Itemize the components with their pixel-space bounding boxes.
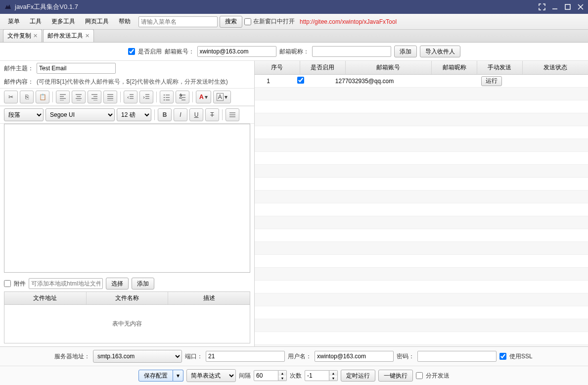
col-nick[interactable]: 邮箱昵称 bbox=[432, 61, 477, 74]
pass-input[interactable] bbox=[417, 351, 497, 362]
save-config-dropdown[interactable]: ▾ bbox=[173, 370, 183, 382]
save-config-button[interactable]: 保存配置 bbox=[138, 370, 173, 382]
maximize-icon[interactable] bbox=[564, 3, 571, 10]
paragraph-select[interactable]: 段落 bbox=[4, 108, 44, 121]
col-seq[interactable]: 序号 bbox=[255, 61, 300, 74]
menu-help[interactable]: 帮助 bbox=[115, 15, 135, 28]
table-row[interactable] bbox=[255, 139, 588, 152]
account-input[interactable] bbox=[197, 46, 276, 57]
row-enable-checkbox[interactable] bbox=[297, 77, 304, 84]
tab-close-icon[interactable]: ✕ bbox=[33, 33, 38, 39]
spin-up-icon[interactable]: ▲ bbox=[329, 371, 337, 376]
choose-file-button[interactable]: 选择 bbox=[106, 278, 129, 289]
bullet-list-icon[interactable] bbox=[160, 91, 174, 103]
expr-select[interactable]: 简单表达式 bbox=[186, 369, 236, 382]
interval-input[interactable] bbox=[254, 370, 278, 381]
align-left-icon[interactable] bbox=[56, 91, 70, 103]
menu-search-button[interactable]: 搜索 bbox=[220, 16, 242, 28]
table-row[interactable] bbox=[255, 178, 588, 191]
attach-path-input[interactable] bbox=[29, 278, 103, 289]
nick-input[interactable] bbox=[312, 46, 391, 57]
table-row[interactable] bbox=[255, 152, 588, 165]
row-run-button[interactable]: 运行 bbox=[481, 76, 502, 86]
timed-run-button[interactable]: 定时运行 bbox=[341, 370, 375, 382]
align-center-icon[interactable] bbox=[72, 91, 86, 103]
table-row[interactable] bbox=[255, 88, 588, 100]
table-row[interactable] bbox=[255, 229, 588, 242]
table-row[interactable] bbox=[255, 268, 588, 281]
add-attach-button[interactable]: 添加 bbox=[132, 278, 154, 289]
table-row[interactable] bbox=[255, 242, 588, 255]
paste-icon[interactable]: 📋 bbox=[36, 91, 49, 103]
italic-icon[interactable]: I bbox=[174, 108, 187, 121]
server-addr-select[interactable]: smtp.163.com bbox=[93, 350, 182, 363]
table-row[interactable] bbox=[255, 126, 588, 139]
tab-file-copy[interactable]: 文件复制 ✕ bbox=[3, 29, 42, 42]
col-manual[interactable]: 手动发送 bbox=[477, 61, 523, 74]
table-row[interactable] bbox=[255, 293, 588, 306]
save-config-splitbutton[interactable]: 保存配置 ▾ bbox=[138, 370, 183, 382]
add-recipient-button[interactable]: 添加 bbox=[394, 46, 417, 57]
tab-mail-sender[interactable]: 邮件发送工具 ✕ bbox=[43, 29, 94, 42]
number-list-icon[interactable]: 12 bbox=[176, 91, 189, 103]
attach-col-path[interactable]: 文件地址 bbox=[4, 292, 87, 304]
menu-main[interactable]: 菜单 bbox=[4, 15, 24, 28]
copy-icon[interactable]: ⎘ bbox=[20, 91, 34, 103]
menu-tools[interactable]: 工具 bbox=[26, 15, 45, 28]
minimize-icon[interactable] bbox=[551, 3, 558, 10]
close-icon[interactable] bbox=[577, 3, 584, 10]
font-color-button[interactable]: A▾ bbox=[196, 91, 211, 103]
attach-col-name[interactable]: 文件名称 bbox=[87, 292, 169, 304]
highlight-color-button[interactable]: A▾ bbox=[213, 91, 231, 103]
execute-button[interactable]: 一键执行 bbox=[378, 370, 413, 382]
fontsize-select[interactable]: 12 磅 bbox=[117, 108, 151, 121]
spin-up-icon[interactable]: ▲ bbox=[278, 371, 286, 376]
enable-checkbox[interactable] bbox=[128, 48, 135, 55]
menu-more-tools[interactable]: 更多工具 bbox=[47, 15, 79, 28]
underline-icon[interactable]: U bbox=[189, 108, 203, 121]
menu-search-input[interactable] bbox=[138, 16, 218, 27]
spin-down-icon[interactable]: ▼ bbox=[329, 376, 337, 381]
split-send-checkbox[interactable] bbox=[416, 372, 423, 379]
table-row[interactable] bbox=[255, 281, 588, 293]
table-row[interactable] bbox=[255, 306, 588, 319]
subject-input[interactable] bbox=[37, 63, 116, 74]
attach-col-desc[interactable]: 描述 bbox=[168, 292, 250, 304]
table-row[interactable] bbox=[255, 332, 588, 345]
align-right-icon[interactable] bbox=[88, 91, 101, 103]
import-recipients-button[interactable]: 导入收件人 bbox=[420, 46, 460, 57]
table-row[interactable]: 11277032935@qq.com运行 bbox=[255, 75, 588, 88]
content-editor[interactable] bbox=[4, 124, 250, 273]
outdent-icon[interactable] bbox=[124, 91, 137, 103]
strikethrough-icon[interactable]: T bbox=[205, 108, 219, 121]
cut-icon[interactable]: ✂ bbox=[4, 91, 18, 103]
port-input[interactable] bbox=[206, 351, 285, 362]
spin-down-icon[interactable]: ▼ bbox=[278, 376, 286, 381]
project-link[interactable]: http://gitee.com/xwintop/xJavaFxTool bbox=[300, 18, 397, 25]
ssl-checkbox[interactable] bbox=[499, 353, 506, 360]
user-input[interactable] bbox=[315, 351, 394, 362]
table-row[interactable] bbox=[255, 216, 588, 229]
indent-icon[interactable] bbox=[139, 91, 153, 103]
table-row[interactable] bbox=[255, 100, 588, 113]
table-row[interactable] bbox=[255, 203, 588, 216]
count-spinner[interactable]: ▲▼ bbox=[305, 370, 338, 381]
col-account[interactable]: 邮箱账号 bbox=[346, 61, 432, 74]
col-status[interactable]: 发送状态 bbox=[523, 61, 588, 74]
table-row[interactable] bbox=[255, 165, 588, 178]
bold-icon[interactable]: B bbox=[158, 108, 172, 121]
table-row[interactable] bbox=[255, 319, 588, 332]
table-row[interactable] bbox=[255, 255, 588, 268]
col-enable[interactable]: 是否启用 bbox=[300, 61, 346, 74]
align-justify-icon[interactable] bbox=[103, 91, 117, 103]
font-select[interactable]: Segoe UI bbox=[45, 108, 115, 121]
newwindow-checkbox[interactable] bbox=[244, 18, 251, 25]
fullscreen-icon[interactable] bbox=[539, 3, 545, 10]
table-row[interactable] bbox=[255, 113, 588, 126]
interval-spinner[interactable]: ▲▼ bbox=[254, 370, 287, 381]
menu-web-tools[interactable]: 网页工具 bbox=[81, 15, 113, 28]
count-input[interactable] bbox=[305, 370, 329, 381]
tab-close-icon[interactable]: ✕ bbox=[85, 33, 90, 39]
table-row[interactable] bbox=[255, 191, 588, 203]
attach-checkbox[interactable] bbox=[4, 280, 11, 287]
